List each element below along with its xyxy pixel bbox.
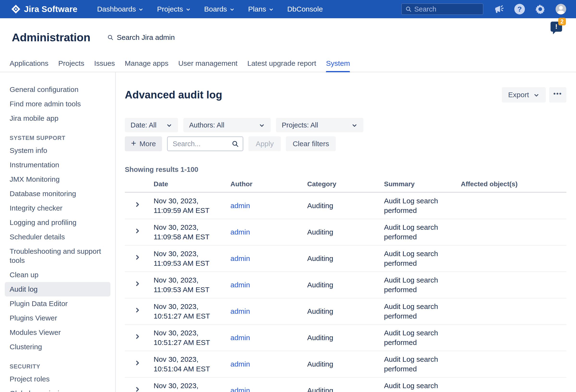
admin-search-label: Search Jira admin	[117, 33, 175, 41]
admin-title: Administration	[12, 31, 90, 44]
chevron-right-icon[interactable]	[134, 227, 141, 235]
tab-issues[interactable]: Issues	[94, 59, 115, 72]
sidebar-item-general-configuration[interactable]: General configuration	[0, 82, 115, 97]
clear-filters-button[interactable]: Clear filters	[286, 136, 336, 151]
author-link[interactable]: admin	[230, 307, 250, 315]
gear-icon	[535, 4, 546, 14]
filter-row: Date: All Authors: All Projects: All	[125, 118, 566, 132]
author-link[interactable]: admin	[230, 202, 250, 210]
sidebar-item-instrumentation[interactable]: Instrumentation	[0, 158, 115, 172]
expand-cell	[125, 386, 154, 392]
header-spacer	[125, 180, 154, 188]
sidebar-item-modules-viewer[interactable]: Modules Viewer	[0, 325, 115, 340]
top-navbar: Jira Software DashboardsProjectsBoardsPl…	[0, 0, 576, 18]
feedback-button[interactable]: ! 2	[550, 22, 562, 32]
expand-cell	[125, 333, 154, 343]
nav-icons: ?	[493, 4, 566, 15]
search-icon	[107, 34, 114, 41]
search-icon	[405, 6, 412, 12]
sidebar-item-clean-up[interactable]: Clean up	[0, 268, 115, 282]
apply-button[interactable]: Apply	[248, 136, 281, 151]
help-button[interactable]: ?	[514, 4, 525, 15]
sidebar-item-plugin-data-editor[interactable]: Plugin Data Editor	[0, 297, 115, 311]
sidebar-item-plugins-viewer[interactable]: Plugins Viewer	[0, 311, 115, 325]
jira-logo[interactable]: Jira Software	[11, 4, 77, 14]
chevron-right-icon[interactable]	[134, 386, 141, 392]
jira-diamond-icon	[11, 4, 21, 14]
admin-search[interactable]: Search Jira admin	[107, 33, 175, 41]
tab-projects[interactable]: Projects	[58, 59, 84, 72]
nav-item-plans[interactable]: Plans	[248, 5, 274, 13]
sidebar-item-scheduler-details[interactable]: Scheduler details	[0, 230, 115, 244]
authors-filter[interactable]: Authors: All	[183, 118, 271, 132]
expand-cell	[125, 201, 154, 211]
sidebar-item-system-info[interactable]: System info	[0, 143, 115, 158]
profile-button[interactable]	[555, 4, 566, 15]
sidebar-item-global-permissions[interactable]: Global permissions	[0, 386, 115, 392]
nav-search-input[interactable]	[414, 5, 469, 13]
sidebar-item-database-monitoring[interactable]: Database monitoring	[0, 186, 115, 201]
author-link[interactable]: admin	[230, 360, 250, 368]
nav-item-boards[interactable]: Boards	[204, 5, 235, 13]
sidebar-item-jmx-monitoring[interactable]: JMX Monitoring	[0, 172, 115, 186]
category-cell: Auditing	[307, 333, 384, 343]
sidebar-item-find-more-admin-tools[interactable]: Find more admin tools	[0, 97, 115, 111]
sidebar-item-audit-log[interactable]: Audit log	[5, 282, 110, 297]
author-link[interactable]: admin	[230, 228, 250, 236]
chevron-right-icon[interactable]	[134, 306, 141, 314]
author-cell: admin	[230, 333, 307, 343]
expand-cell	[125, 227, 154, 237]
expand-cell	[125, 359, 154, 369]
table-body: Nov 30, 2023, 11:09:59 AM ESTadminAuditi…	[125, 193, 566, 392]
export-button[interactable]: Export	[502, 87, 546, 102]
date-filter[interactable]: Date: All	[125, 118, 178, 132]
nav-item-label: Plans	[248, 5, 266, 13]
date-cell: Nov 30, 2023, 10:51:27 AM EST	[154, 302, 230, 321]
tab-manage-apps[interactable]: Manage apps	[125, 59, 169, 72]
more-filters-button[interactable]: + More	[125, 136, 162, 151]
nav-item-dashboards[interactable]: Dashboards	[97, 5, 144, 13]
category-cell: Auditing	[307, 386, 384, 392]
author-link[interactable]: admin	[230, 387, 250, 392]
author-link[interactable]: admin	[230, 334, 250, 342]
sidebar-item-troubleshooting-and-support-tools[interactable]: Troubleshooting and support tools	[0, 244, 115, 268]
sidebar-item-project-roles[interactable]: Project roles	[0, 372, 115, 386]
table-search-input[interactable]	[173, 140, 225, 148]
projects-filter[interactable]: Projects: All	[276, 118, 363, 132]
more-actions-button[interactable]: •••	[549, 87, 566, 102]
chevron-down-icon	[533, 92, 540, 98]
tab-system[interactable]: System	[326, 59, 350, 72]
chevron-right-icon[interactable]	[134, 359, 141, 366]
sidebar-section-heading: SECURITY	[0, 361, 115, 372]
date-cell: Nov 30, 2023, 10:51:04 AM EST	[154, 355, 230, 374]
summary-cell: Audit Log search performed	[384, 249, 461, 268]
table-row: Nov 30, 2023, 10:51:04 AM ESTadminAuditi…	[125, 351, 566, 378]
chevron-right-icon[interactable]	[134, 333, 141, 340]
expand-cell	[125, 280, 154, 290]
author-link[interactable]: admin	[230, 254, 250, 262]
chevron-right-icon[interactable]	[134, 254, 141, 261]
admin-header: Administration Search Jira admin ! 2	[0, 18, 576, 44]
search-icon[interactable]	[231, 140, 239, 147]
sidebar-item-logging-and-profiling[interactable]: Logging and profiling	[0, 215, 115, 230]
sidebar-item-jira-mobile-app[interactable]: Jira mobile app	[0, 111, 115, 125]
nav-search	[401, 3, 483, 15]
nav-item-dbconsole[interactable]: DbConsole	[287, 5, 323, 13]
category-cell: Auditing	[307, 254, 384, 263]
announcements-button[interactable]	[493, 4, 504, 15]
tab-user-management[interactable]: User management	[178, 59, 238, 72]
summary-cell: Audit Log search performed	[384, 302, 461, 321]
tab-applications[interactable]: Applications	[10, 59, 49, 72]
expand-cell	[125, 254, 154, 263]
chevron-right-icon[interactable]	[134, 201, 141, 208]
nav-item-projects[interactable]: Projects	[157, 5, 191, 13]
sidebar-item-integrity-checker[interactable]: Integrity checker	[0, 201, 115, 215]
sidebar-section-heading: SYSTEM SUPPORT	[0, 133, 115, 143]
date-cell: Nov 30, 2023, 10:51:04 AM EST	[154, 381, 230, 392]
settings-button[interactable]	[535, 4, 546, 15]
author-link[interactable]: admin	[230, 281, 250, 289]
table-search	[167, 136, 243, 151]
chevron-right-icon[interactable]	[134, 280, 141, 287]
tab-latest-upgrade-report[interactable]: Latest upgrade report	[247, 59, 316, 72]
sidebar-item-clustering[interactable]: Clustering	[0, 340, 115, 354]
